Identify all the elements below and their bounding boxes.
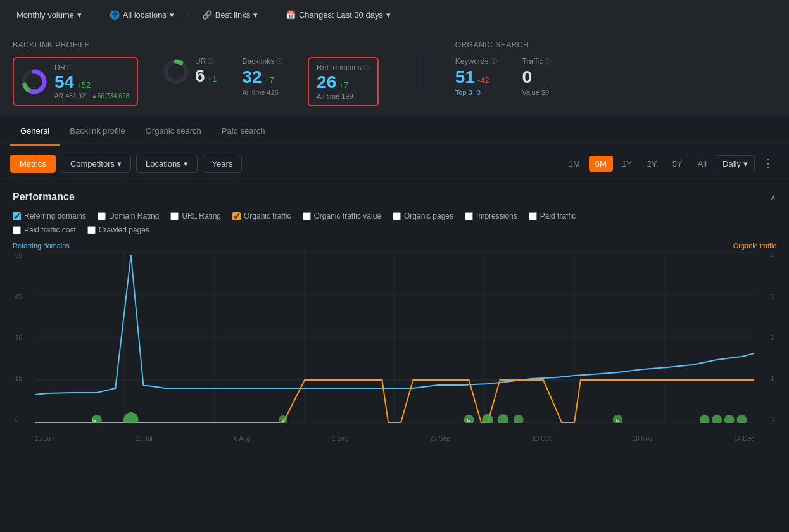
- svg-point-3: [166, 61, 186, 82]
- traffic-card: Traffic ⓘ 0 Value $0: [522, 57, 552, 96]
- backlink-profile-title: Backlink profile: [13, 41, 379, 49]
- organic-search-title: Organic search: [455, 41, 551, 49]
- time-2y-btn[interactable]: 2Y: [641, 156, 664, 172]
- ur-info: UR ⓘ 6 +1: [195, 57, 217, 86]
- x-axis-labels: 15 Jun 11 Jul 6 Aug 1 Sep 27 Sep 23 Oct …: [35, 435, 754, 442]
- traffic-label: Traffic ⓘ: [522, 57, 552, 66]
- chevron-down-icon: ▾: [77, 10, 82, 20]
- checkbox-organic-traffic-value[interactable]: Organic traffic value: [303, 212, 382, 220]
- chart-svg: G G G 2: [35, 252, 754, 423]
- ur-value: 6 +1: [195, 66, 217, 86]
- chevron-down-icon-3: ▾: [253, 10, 258, 20]
- keywords-info-icon: ⓘ: [491, 57, 497, 66]
- tab-paid-search[interactable]: Paid search: [211, 117, 275, 146]
- tab-backlink-profile[interactable]: Backlink profile: [60, 117, 135, 146]
- tab-organic-search[interactable]: Organic search: [136, 117, 211, 146]
- backlinks-info-icon: ⓘ: [276, 57, 282, 66]
- keywords-card: Keywords ⓘ 51 -42 Top 3 0: [455, 57, 497, 96]
- organic-search-panel: Organic search Keywords ⓘ 51 -42 Top 3 0: [455, 41, 551, 96]
- organic-metrics-row: Keywords ⓘ 51 -42 Top 3 0 Traffic: [455, 57, 551, 96]
- checkboxes-row: Referring domains Domain Rating URL Rati…: [13, 212, 776, 220]
- all-locations-btn[interactable]: 🌐 All locations ▾: [103, 6, 180, 23]
- y-left-30: 30: [15, 334, 29, 341]
- event-label-g1: G: [92, 417, 96, 423]
- event-dot-10: [712, 415, 722, 423]
- dr-label: DR ⓘ: [54, 63, 129, 72]
- x-label-aug: 6 Aug: [234, 435, 251, 442]
- chart-axis-labels: Referring domains Organic traffic: [13, 242, 776, 250]
- performance-section: Performance ∧ Referring domains Domain R…: [0, 181, 789, 452]
- checkboxes-row-2: Paid traffic cost Crawled pages: [13, 225, 776, 234]
- time-1m-btn[interactable]: 1M: [562, 156, 586, 172]
- best-links-btn[interactable]: 🔗 Best links ▾: [196, 6, 265, 23]
- collapse-icon[interactable]: ∧: [770, 193, 776, 202]
- y-left-15: 15: [15, 375, 29, 382]
- more-options-btn[interactable]: ⋮: [757, 154, 779, 173]
- y-axis-left: 0 15 30 45 60: [13, 252, 32, 423]
- event-dot-11: [724, 415, 735, 423]
- nav-tabs: General Backlink profile Organic search …: [0, 117, 789, 146]
- x-label-jun: 15 Jun: [35, 435, 54, 442]
- x-label-sep: 1 Sep: [332, 435, 348, 442]
- competitors-btn[interactable]: Competitors ▾: [61, 155, 131, 173]
- changes-btn[interactable]: 📅 Changes: Last 30 days ▾: [279, 6, 397, 23]
- link-icon: 🔗: [202, 10, 212, 20]
- dr-change: +52: [77, 80, 91, 90]
- ref-domains-change: +7: [339, 80, 348, 90]
- dr-card: DR ⓘ 54 +52 AR 481,921 ▲66,734,628: [13, 57, 138, 106]
- dr-donut-chart: [22, 69, 47, 94]
- backlinks-alltime: All time 426: [242, 89, 282, 96]
- time-1y-btn[interactable]: 1Y: [615, 156, 638, 172]
- keywords-value: 51 -42: [455, 67, 497, 87]
- y-right-0: 0: [770, 416, 774, 423]
- backlink-profile-panel: Backlink profile DR ⓘ: [13, 41, 379, 106]
- checkbox-ref-domains[interactable]: Referring domains: [13, 212, 86, 220]
- y-right-4: 4: [770, 252, 774, 259]
- ref-domains-label: Ref. domains ⓘ: [317, 63, 370, 72]
- performance-header: Performance ∧: [13, 191, 776, 203]
- time-6m-btn[interactable]: 6M: [589, 156, 613, 172]
- time-all-btn[interactable]: All: [691, 156, 713, 172]
- years-btn[interactable]: Years: [203, 155, 243, 173]
- ref-domains-card: Ref. domains ⓘ 26 +7 All time 199: [308, 57, 379, 106]
- ref-domains-info-icon: ⓘ: [363, 63, 370, 72]
- event-dot-7: [514, 415, 524, 423]
- y-axis-right: 0 1 2 3 4: [757, 252, 776, 423]
- checkbox-organic-traffic[interactable]: Organic traffic: [232, 212, 291, 220]
- time-period-btns: 1M 6M 1Y 2Y 5Y All Daily ▾ ⋮: [562, 154, 779, 173]
- event-label-g2: G: [467, 417, 470, 423]
- backlink-metrics-row: DR ⓘ 54 +52 AR 481,921 ▲66,734,628: [13, 57, 379, 106]
- performance-chart: 0 15 30 45 60 0 1 2 3 4: [13, 252, 776, 442]
- y-right-1: 1: [770, 375, 774, 382]
- ar-sub: AR 481,921 ▲66,734,628: [54, 92, 129, 99]
- chart-label-right: Organic traffic: [733, 242, 776, 250]
- x-label-jul: 11 Jul: [136, 435, 153, 442]
- checkbox-domain-rating[interactable]: Domain Rating: [98, 212, 159, 220]
- performance-title: Performance: [13, 191, 75, 203]
- time-5y-btn[interactable]: 5Y: [666, 156, 689, 172]
- event-label-2: 2: [282, 417, 284, 423]
- globe-icon: 🌐: [110, 10, 120, 20]
- checkbox-paid-traffic[interactable]: Paid traffic: [529, 212, 576, 220]
- backlinks-card: Backlinks ⓘ 32 +7 All time 426: [242, 57, 282, 96]
- profile-section: Backlink profile DR ⓘ: [0, 30, 789, 117]
- chevron-down-icon-daily: ▾: [743, 159, 748, 168]
- checkbox-organic-pages[interactable]: Organic pages: [393, 212, 453, 220]
- y-right-3: 3: [770, 293, 774, 300]
- checkbox-impressions[interactable]: Impressions: [465, 212, 517, 220]
- monthly-volume-btn[interactable]: Monthly volume ▾: [10, 6, 88, 23]
- tab-general[interactable]: General: [10, 117, 60, 146]
- metrics-btn[interactable]: Metrics: [10, 155, 56, 173]
- backlinks-change: +7: [265, 75, 274, 85]
- sub-toolbar: Metrics Competitors ▾ Locations ▾ Years …: [0, 146, 789, 181]
- top-toolbar: Monthly volume ▾ · 🌐 All locations ▾ · 🔗…: [0, 0, 789, 30]
- event-dot-9: [700, 415, 710, 423]
- dr-info-icon: ⓘ: [67, 63, 73, 72]
- backlinks-value: 32 +7: [242, 67, 282, 87]
- calendar-icon: 📅: [286, 10, 296, 20]
- locations-btn[interactable]: Locations ▾: [136, 155, 198, 173]
- daily-btn[interactable]: Daily ▾: [716, 155, 755, 172]
- checkbox-url-rating[interactable]: URL Rating: [170, 212, 221, 220]
- checkbox-crawled-pages[interactable]: Crawled pages: [87, 225, 149, 234]
- checkbox-paid-traffic-cost[interactable]: Paid traffic cost: [13, 225, 76, 234]
